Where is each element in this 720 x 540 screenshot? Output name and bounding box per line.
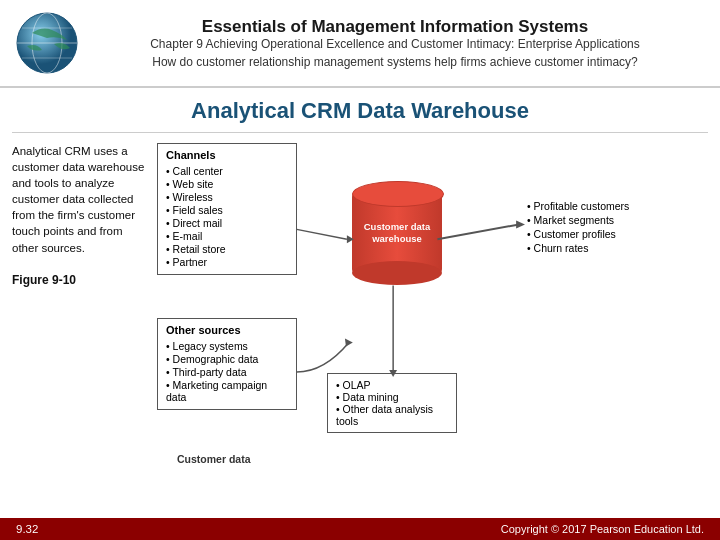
footer: 9.32 Copyright © 2017 Pearson Education … [0,518,720,540]
header: Essentials of Management Information Sys… [0,0,720,88]
svg-marker-7 [345,339,353,347]
warehouse-container: Customer datawarehouse [352,193,442,273]
list-item: Partner [166,256,288,268]
svg-line-5 [297,229,347,239]
list-item: Marketing campaign data [166,379,288,403]
description-text: Analytical CRM uses a customer data ware… [12,145,144,254]
warehouse-label: Customer datawarehouse [364,221,431,246]
list-item: Market segments [527,214,629,226]
other-sources-title: Other sources [166,324,288,336]
svg-line-10 [437,224,519,239]
figure-label: Figure 9-10 [12,272,147,289]
customer-data-label: Customer data [177,453,251,465]
list-item: Other data analysis tools [336,403,448,427]
svg-marker-11 [516,221,525,229]
left-description: Analytical CRM uses a customer data ware… [12,143,147,483]
list-item: Field sales [166,204,288,216]
olap-list: OLAP Data mining Other data analysis too… [336,379,448,427]
header-question: How do customer relationship management … [92,55,698,69]
channels-title: Channels [166,149,288,161]
main-content: Analytical CRM uses a customer data ware… [0,133,720,493]
other-sources-box: Other sources Legacy systems Demographic… [157,318,297,410]
list-item: E-mail [166,230,288,242]
outcomes-list: Profitable customers Market segments Cus… [527,200,629,254]
other-sources-list: Legacy systems Demographic data Third-pa… [166,340,288,403]
header-subtitle: Chapter 9 Achieving Operational Excellen… [92,37,698,51]
list-item: Web site [166,178,288,190]
list-item: Churn rates [527,242,629,254]
logo-icon [12,8,82,78]
list-item: Direct mail [166,217,288,229]
header-title: Essentials of Management Information Sys… [92,17,698,37]
channels-list: Call center Web site Wireless Field sale… [166,165,288,268]
outcomes-box: Profitable customers Market segments Cus… [527,198,629,256]
list-item: Retail store [166,243,288,255]
page-number: 9.32 [16,523,38,535]
diagram: Channels Call center Web site Wireless F… [157,143,708,483]
copyright-text: Copyright © 2017 Pearson Education Ltd. [501,523,704,535]
list-item: Call center [166,165,288,177]
list-item: Data mining [336,391,448,403]
list-item: Customer profiles [527,228,629,240]
olap-box: OLAP Data mining Other data analysis too… [327,373,457,433]
list-item: Profitable customers [527,200,629,212]
section-title: Analytical CRM Data Warehouse [12,88,708,133]
list-item: Third-party data [166,366,288,378]
channels-box: Channels Call center Web site Wireless F… [157,143,297,275]
list-item: Wireless [166,191,288,203]
list-item: Legacy systems [166,340,288,352]
warehouse-cylinder: Customer datawarehouse [352,193,442,273]
list-item: OLAP [336,379,448,391]
list-item: Demographic data [166,353,288,365]
header-text: Essentials of Management Information Sys… [82,17,708,69]
